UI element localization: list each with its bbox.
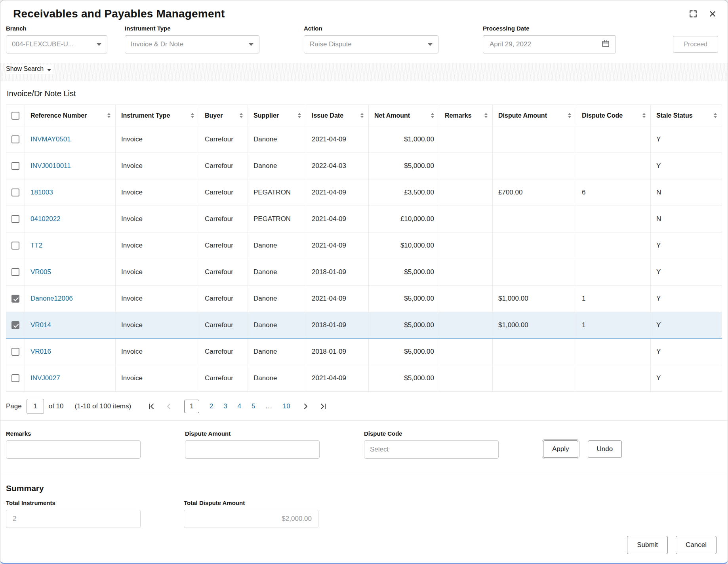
remarks-cell [439, 179, 493, 206]
row-checkbox[interactable] [11, 215, 19, 223]
column-header-reference-number[interactable]: Reference Number [25, 105, 116, 126]
items-count-label: (1-10 of 100 items) [75, 402, 131, 410]
column-header-dispute-amount[interactable]: Dispute Amount [493, 105, 576, 126]
table-row[interactable]: VR014 Invoice Carrefour Danone 2018-01-0… [6, 312, 722, 339]
sort-icon[interactable] [431, 113, 434, 118]
reference-number-link[interactable]: VR005 [30, 268, 51, 276]
table-row[interactable]: VR005 Invoice Carrefour Danone 2018-01-0… [6, 259, 722, 286]
reference-number-link[interactable]: TT2 [30, 242, 42, 249]
table-row[interactable]: VR016 Invoice Carrefour Danone 2018-01-0… [6, 339, 722, 365]
sort-icon[interactable] [714, 113, 717, 118]
dispute-code-cell [576, 339, 651, 365]
sort-icon[interactable] [298, 113, 301, 118]
reference-number-link[interactable]: 181003 [30, 189, 53, 196]
resize-icon[interactable] [689, 10, 698, 18]
column-header-supplier[interactable]: Supplier [248, 105, 306, 126]
select-all-checkbox[interactable] [11, 112, 19, 120]
table-row[interactable]: 04102022 Invoice Carrefour PEGATRON 2021… [6, 206, 722, 232]
page-number-input[interactable] [27, 399, 44, 414]
page-link[interactable]: 5 [252, 402, 255, 410]
show-search-toggle[interactable]: Show Search [6, 65, 53, 74]
chevron-down-icon [428, 43, 433, 46]
submit-button[interactable]: Submit [627, 536, 668, 554]
instrument-type-cell: Invoice [116, 153, 199, 179]
page-link[interactable]: 2 [210, 402, 213, 410]
filter-bar: Branch 004-FLEXCUBE-U... Instrument Type… [0, 23, 728, 53]
dispute-amount-input[interactable] [191, 445, 314, 454]
branch-select[interactable]: 004-FLEXCUBE-U... [6, 35, 107, 53]
sort-icon[interactable] [107, 113, 111, 118]
row-checkbox[interactable] [11, 295, 19, 303]
stale-status-cell: Y [651, 312, 722, 339]
table-row[interactable]: INVJ0027 Invoice Carrefour Danone 2021-0… [6, 365, 722, 392]
sort-icon[interactable] [191, 113, 194, 118]
apply-button[interactable]: Apply [543, 440, 578, 458]
close-icon[interactable] [709, 10, 717, 18]
supplier-cell: Danone [248, 153, 306, 179]
row-checkbox[interactable] [11, 321, 19, 329]
sort-icon[interactable] [360, 113, 364, 118]
calendar-icon[interactable] [601, 39, 610, 50]
remarks-input[interactable] [12, 445, 135, 454]
next-page-icon[interactable] [302, 403, 309, 410]
instrument-type-cell: Invoice [116, 259, 199, 286]
stale-status-cell: Y [651, 232, 722, 259]
proceed-button[interactable]: Proceed [673, 36, 718, 53]
column-header-instrument-type[interactable]: Instrument Type [116, 105, 199, 126]
issue-date-cell: 2018-01-09 [306, 259, 369, 286]
undo-button[interactable]: Undo [588, 440, 622, 458]
row-checkbox[interactable] [11, 189, 19, 196]
first-page-icon[interactable] [148, 403, 155, 410]
row-checkbox[interactable] [11, 135, 19, 143]
dispute-amount-cell [493, 153, 576, 179]
row-checkbox[interactable] [11, 242, 19, 250]
reference-number-link[interactable]: VR016 [30, 348, 51, 355]
page-link[interactable]: 10 [283, 402, 290, 410]
sort-icon[interactable] [642, 113, 646, 118]
reference-number-link[interactable]: VR014 [30, 321, 51, 329]
previous-page-icon[interactable] [165, 403, 172, 410]
reference-number-link[interactable]: INVJ0010011 [30, 162, 71, 170]
table-row[interactable]: TT2 Invoice Carrefour Danone 2021-04-09 … [6, 232, 722, 259]
reference-number-link[interactable]: Danone12006 [30, 295, 73, 302]
column-header-dispute-code[interactable]: Dispute Code [576, 105, 651, 126]
column-header-remarks[interactable]: Remarks [439, 105, 493, 126]
instrument-type-cell: Invoice [116, 179, 199, 206]
page-link-current[interactable]: 1 [184, 400, 199, 413]
supplier-cell: Danone [248, 259, 306, 286]
table-row[interactable]: INVMAY0501 Invoice Carrefour Danone 2021… [6, 126, 722, 153]
net-amount-cell: $10,000.00 [369, 232, 439, 259]
action-select[interactable]: Raise Dispute [304, 35, 438, 53]
table-row[interactable]: Danone12006 Invoice Carrefour Danone 202… [6, 286, 722, 312]
buyer-cell: Carrefour [199, 365, 248, 392]
reference-number-link[interactable]: 04102022 [30, 215, 61, 223]
column-header-stale-status[interactable]: Stale Status [651, 105, 722, 126]
reference-number-link[interactable]: INVJ0027 [30, 374, 60, 382]
column-header-issue-date[interactable]: Issue Date [306, 105, 369, 126]
processing-date-input[interactable] [489, 40, 601, 49]
reference-number-link[interactable]: INVMAY0501 [30, 135, 71, 143]
invoice-table: Reference Number Instrument Type Buyer S… [6, 105, 722, 392]
row-checkbox[interactable] [11, 374, 19, 382]
net-amount-cell: $5,000.00 [369, 339, 439, 365]
last-page-icon[interactable] [320, 403, 327, 410]
table-row[interactable]: INVJ0010011 Invoice Carrefour Danone 202… [6, 153, 722, 179]
row-checkbox[interactable] [11, 162, 19, 170]
title-bar: Receivables and Payables Management [0, 0, 728, 23]
row-checkbox[interactable] [11, 348, 19, 356]
page-link[interactable]: 3 [223, 402, 227, 410]
sort-icon[interactable] [568, 113, 571, 118]
sort-icon[interactable] [240, 113, 243, 118]
sort-icon[interactable] [484, 113, 488, 118]
page-link[interactable]: 4 [238, 402, 241, 410]
column-header-buyer[interactable]: Buyer [199, 105, 248, 126]
column-header-net-amount[interactable]: Net Amount [369, 105, 439, 126]
instrument-type-cell: Invoice [116, 206, 199, 232]
processing-date-field[interactable] [483, 35, 616, 53]
stale-status-cell: Y [651, 153, 722, 179]
row-checkbox[interactable] [11, 268, 19, 276]
table-row[interactable]: 181003 Invoice Carrefour PEGATRON 2021-0… [6, 179, 722, 206]
dispute-code-select[interactable]: Select [364, 440, 499, 459]
instrument-type-select[interactable]: Invoice & Dr Note [125, 35, 259, 53]
cancel-button[interactable]: Cancel [676, 536, 717, 554]
